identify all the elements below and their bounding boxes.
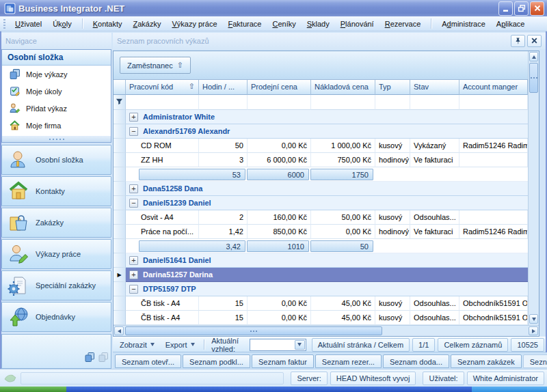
group-by-button-zamestnanec[interactable]: Zaměstnanec ⇧ (120, 57, 191, 74)
sidebar-splitter[interactable] (2, 136, 111, 142)
collapse-icon[interactable]: − (129, 199, 138, 208)
filter-cell[interactable] (248, 95, 311, 110)
view-tab[interactable]: Seznam zakázek (451, 354, 522, 368)
column-header[interactable]: Prodejní cena (248, 80, 311, 95)
view-tab[interactable]: Seznam otevř... (115, 354, 181, 368)
filter-cell[interactable] (311, 95, 375, 110)
vertical-scroll-thumb[interactable] (529, 63, 538, 93)
filter-cell[interactable] (375, 95, 410, 110)
column-header[interactable]: Hodin / ... (199, 80, 248, 95)
filter-indicator-cell[interactable] (114, 95, 126, 110)
minimize-button[interactable] (498, 1, 513, 16)
scroll-down-button[interactable] (529, 314, 538, 324)
menu-item[interactable]: Administrace (436, 17, 491, 31)
filter-cell[interactable] (410, 95, 459, 110)
view-tab[interactable]: Seznam pracov... (523, 354, 547, 368)
column-header[interactable]: Stav (410, 80, 459, 95)
close-panel-button[interactable] (527, 35, 542, 47)
restore-button[interactable] (514, 1, 529, 16)
current-view-combobox[interactable] (250, 339, 306, 351)
column-header[interactable]: Pracovní kód⇧ (126, 80, 199, 95)
table-row[interactable]: ZZ HH36 000,00 Kč750,00 KčhodinovýVe fak… (114, 153, 528, 167)
horizontal-scrollbar[interactable] (114, 325, 539, 336)
menu-item[interactable]: Kontakty (88, 17, 128, 31)
group-row[interactable]: −Alexandr51769 Alexandr (114, 124, 528, 139)
table-row[interactable]: CD ROM500,00 Kč1 000,00 KčkusovýVykázaný… (114, 139, 528, 153)
menu-item[interactable]: Sklady (302, 17, 335, 31)
sidebar-link[interactable]: Přidat výkaz (2, 100, 111, 117)
sidebar-button[interactable]: Zakázky (1, 208, 111, 238)
sidebar-button[interactable]: Speciální zakázky (1, 270, 111, 300)
group-row[interactable]: +Daniel51641 Daniel (114, 253, 528, 268)
expand-icon[interactable]: + (129, 270, 138, 279)
sort-ascending-icon: ⇧ (189, 82, 195, 91)
export-dropdown-button[interactable]: Export (160, 339, 200, 351)
sidebar-button[interactable]: Výkazy práce (1, 239, 111, 269)
column-header[interactable]: Nákladová cena (311, 80, 375, 95)
view-tab[interactable]: Seznam doda... (383, 354, 449, 368)
status-bar: Server: HEAD Whitesoft vyvoj Uživatel: W… (0, 369, 547, 387)
table-row[interactable]: ČB tisk - A4150,00 Kč45,00 KčkusovýOdsou… (114, 311, 528, 325)
menu-item[interactable]: Fakturace (223, 17, 267, 31)
column-header[interactable]: Account manger (459, 80, 528, 95)
table-row[interactable]: Osvit - A42160,00 Kč50,00 KčkusovýOdsouh… (114, 210, 528, 225)
table-row[interactable]: ČB tisk - A4150,00 Kč45,00 KčkusovýOdsou… (114, 296, 528, 311)
filter-cell[interactable] (126, 95, 199, 110)
column-header[interactable]: Typ (375, 80, 410, 95)
table-row[interactable]: Práce na počí...1,42850,00 Kč0,00 Kčhodi… (114, 225, 528, 239)
sidebar-link[interactable]: Moje výkazy (2, 66, 111, 83)
menu-item[interactable]: Zakázky (127, 17, 166, 31)
horizontal-scroll-thumb[interactable] (125, 326, 382, 335)
row-indicator (114, 167, 126, 182)
sidebar-panel-header[interactable]: Osobní složka (2, 50, 111, 66)
group-by-panel[interactable]: Zaměstnanec ⇧ (114, 51, 528, 80)
view-tab[interactable]: Seznam podkl... (183, 354, 250, 368)
group-row[interactable]: +Administrator White (114, 110, 528, 124)
cell: 50,00 Kč (311, 210, 375, 225)
scroll-left-button[interactable] (114, 326, 124, 335)
sidebar-link[interactable]: Moje úkoly (2, 83, 111, 100)
cell: 0,00 Kč (248, 296, 311, 311)
cell: Ve fakturaci (410, 153, 459, 167)
zobrazit-dropdown-button[interactable]: Zobrazit (114, 339, 160, 351)
expand-icon[interactable]: + (129, 113, 138, 122)
cell: Radim51246 Radim (459, 139, 528, 153)
menu-item[interactable]: Aplikace (491, 17, 531, 31)
expand-icon[interactable]: + (129, 184, 138, 193)
overflow-pages-icon[interactable] (98, 352, 109, 363)
dropdown-arrow-icon (191, 343, 195, 346)
menu-item[interactable]: Plánování (335, 17, 379, 31)
row-indicator (114, 210, 126, 225)
group-row[interactable]: −Daniel51239 Daniel (114, 196, 528, 210)
sidebar-link[interactable]: Moje firma (2, 117, 111, 134)
group-row-label: Alexandr51769 Alexandr (143, 127, 230, 135)
combobox-dropdown-button[interactable] (295, 340, 305, 350)
menu-item[interactable]: Rezervace (379, 17, 427, 31)
collapse-icon[interactable]: − (129, 127, 138, 136)
scroll-right-button[interactable] (529, 326, 538, 335)
sidebar-button[interactable]: Objednávky (1, 302, 111, 332)
view-tab[interactable]: Seznam faktur (252, 354, 314, 368)
group-row[interactable]: +Dana51258 Dana (114, 182, 528, 196)
expand-icon[interactable]: + (129, 256, 138, 265)
sidebar-button[interactable]: Kontakty (1, 176, 111, 206)
user-value: White Administrator (467, 372, 544, 385)
menu-item[interactable]: Úkoly (47, 17, 77, 31)
group-row[interactable]: ▶+Darina51257 Darina (114, 268, 528, 282)
dropdown-arrow-icon (297, 343, 302, 346)
collapse-icon[interactable]: − (129, 285, 138, 294)
pin-panel-button[interactable] (511, 35, 525, 47)
group-row[interactable]: −DTP51597 DTP (114, 282, 528, 296)
group-row-body: +Darina51257 Darina (126, 268, 528, 282)
filter-cell[interactable] (199, 95, 248, 110)
sidebar-button[interactable]: Osobní složka (1, 145, 111, 175)
close-button[interactable] (530, 1, 544, 16)
menu-item[interactable]: Výkazy práce (166, 17, 222, 31)
vertical-scrollbar[interactable] (528, 51, 539, 325)
menu-item[interactable]: Uživatel (10, 17, 47, 31)
view-tab[interactable]: Seznam rezer... (315, 354, 382, 368)
scroll-up-button[interactable] (529, 52, 538, 61)
reports-pages-icon[interactable] (84, 352, 95, 363)
menu-item[interactable]: Ceníky (267, 17, 301, 31)
filter-cell[interactable] (459, 95, 528, 110)
